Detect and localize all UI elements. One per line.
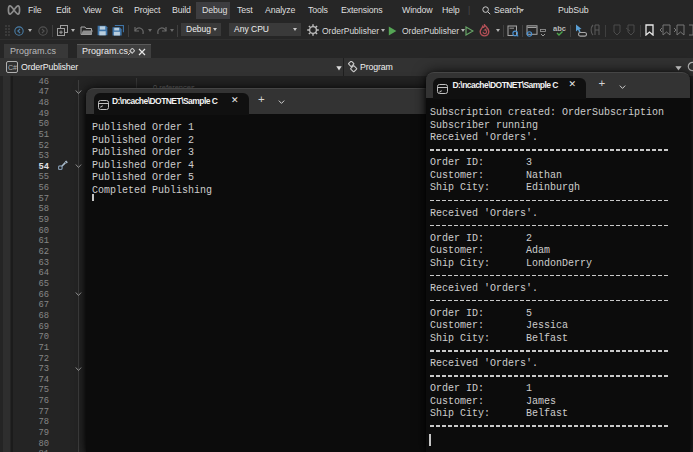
svg-text:C#: C#	[8, 64, 17, 71]
svg-text:abc: abc	[553, 24, 566, 33]
